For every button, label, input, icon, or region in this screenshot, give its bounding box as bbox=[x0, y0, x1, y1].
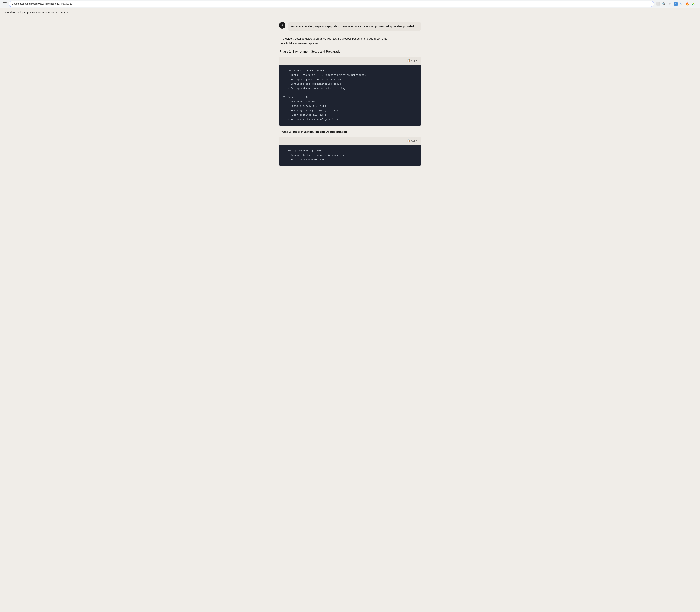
assistant-message: I'll provide a detailed guide to enhance… bbox=[279, 36, 421, 166]
chevron-down-icon[interactable]: ∨ bbox=[67, 11, 69, 14]
download-icon[interactable]: ⬜ bbox=[656, 2, 660, 6]
user-message-text: Provide a detailed, step-by-step guide o… bbox=[291, 25, 415, 28]
assistant-intro-line1: I'll provide a detailed guide to enhance… bbox=[280, 37, 388, 40]
copy-icon: 📋 bbox=[407, 59, 410, 62]
browser-icons: ⬜ 🔍 ☆ A G 🔥 🧩 bbox=[656, 2, 697, 6]
user-message-bubble: Provide a detailed, step-by-step guide o… bbox=[288, 22, 421, 31]
fire-icon[interactable]: 🔥 bbox=[685, 2, 689, 6]
user-message: A Provide a detailed, step-by-step guide… bbox=[279, 22, 421, 31]
phase1-copy-label: Copy bbox=[411, 59, 417, 62]
bookmark-icon[interactable]: ☆ bbox=[668, 2, 672, 6]
phase1-code-content: 1. Configure Test Environment - Install … bbox=[279, 65, 421, 126]
search-icon[interactable]: 🔍 bbox=[662, 2, 666, 6]
phase1-heading: Phase 1: Environment Setup and Preparati… bbox=[280, 49, 420, 54]
chat-container: A Provide a detailed, step-by-step guide… bbox=[275, 17, 425, 178]
translate-icon[interactable]: A bbox=[674, 2, 677, 6]
page-header: rehensive Testing Approaches for Real Es… bbox=[0, 8, 700, 17]
puzzle-icon[interactable]: 🧩 bbox=[691, 2, 695, 6]
copy-icon-2: 📋 bbox=[407, 139, 410, 142]
assistant-intro-line2: Let's build a systematic approach: bbox=[280, 42, 321, 45]
phase2-code-content: 1. Set up monitoring tools: - Browser De… bbox=[279, 145, 421, 166]
phase2-copy-button[interactable]: 📋 Copy bbox=[405, 138, 418, 143]
browser-menu-icon[interactable] bbox=[3, 2, 6, 6]
phase1-code-block-header: 📋 Copy bbox=[279, 57, 421, 65]
phase2-heading: Phase 2: Initial Investigation and Docum… bbox=[280, 129, 420, 134]
avatar: A bbox=[279, 22, 285, 29]
phase1-copy-button[interactable]: 📋 Copy bbox=[405, 58, 418, 63]
page-title: rehensive Testing Approaches for Real Es… bbox=[4, 11, 66, 15]
address-bar[interactable]: claude.ai/chat/a3480ecd-08e2-45be-a18b-2… bbox=[9, 1, 654, 7]
browser-bar: claude.ai/chat/a3480ecd-08e2-45be-a18b-2… bbox=[0, 0, 700, 8]
extension-icon[interactable]: G bbox=[680, 2, 683, 6]
phase2-code-block-header: 📋 Copy bbox=[279, 137, 421, 145]
phase1-code-block-wrapper: 📋 Copy 1. Configure Test Environment - I… bbox=[279, 57, 421, 126]
assistant-intro: I'll provide a detailed guide to enhance… bbox=[279, 36, 421, 46]
url-text: claude.ai/chat/a3480ecd-08e2-45be-a18b-2… bbox=[12, 2, 72, 6]
phase2-copy-label: Copy bbox=[411, 139, 417, 142]
phase2-code-block-wrapper: 📋 Copy 1. Set up monitoring tools: - Bro… bbox=[279, 137, 421, 166]
